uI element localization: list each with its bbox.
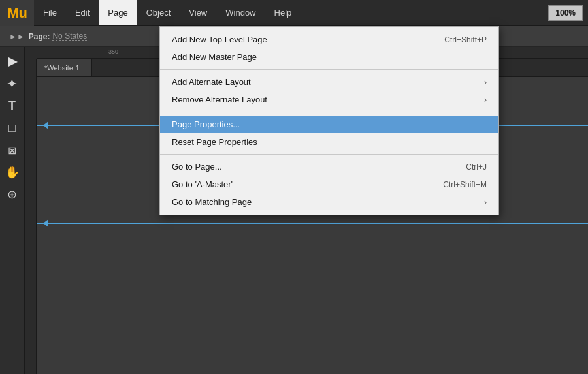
menu-go-to-matching-page[interactable]: Go to Matching Page › [160,193,498,211]
hand-tool[interactable]: ✋ [2,162,23,183]
menu-page-properties[interactable]: Page Properties... [160,116,498,133]
left-toolbar: ▶ ✦ T □ ⊠ ✋ ⊕ [0,47,25,374]
select-tool[interactable]: ▶ [2,51,23,72]
menu-page[interactable]: Page [99,0,137,25]
app-logo: Mu [0,0,34,26]
divider-2 [160,112,498,112]
menu-add-alternate-layout[interactable]: Add Alternate Layout › [160,73,498,91]
zoom-tool[interactable]: ⊕ [2,184,23,205]
guide-arrow-2 [43,219,48,227]
page-dropdown-menu: Add New Top Level Page Ctrl+Shift+P Add … [159,26,499,215]
ruler-corner [25,47,37,59]
menu-items: File Edit Page Object View Window Help [34,0,548,25]
menu-remove-alternate-layout[interactable]: Remove Alternate Layout › [160,91,498,108]
menu-reset-page-properties[interactable]: Reset Page Properties [160,133,498,151]
menu-view[interactable]: View [180,0,216,25]
guide-arrow-1 [43,121,48,129]
move-tool[interactable]: ✦ [2,73,23,94]
menu-edit[interactable]: Edit [66,0,99,25]
placeholder-tool[interactable]: ⊠ [2,140,23,161]
rectangle-tool[interactable]: □ [2,117,23,138]
menu-add-master-page[interactable]: Add New Master Page [160,48,498,66]
menu-object[interactable]: Object [137,0,180,25]
menu-help[interactable]: Help [265,0,301,25]
divider-3 [160,154,498,155]
menu-add-top-level-page[interactable]: Add New Top Level Page Ctrl+Shift+P [160,31,498,48]
menu-file[interactable]: File [34,0,66,25]
menu-bar: Mu File Edit Page Object View Window Hel… [0,0,588,26]
guide-line-2 [37,223,588,224]
ruler-vertical [25,59,37,374]
page-value: No States [52,31,87,41]
zoom-indicator[interactable]: 100% [548,5,583,21]
page-label: Page: [29,32,50,41]
menu-go-to-page[interactable]: Go to Page... Ctrl+J [160,158,498,176]
menu-window[interactable]: Window [216,0,265,25]
text-tool[interactable]: T [2,95,23,116]
website-tab[interactable]: *Website-1 - [37,59,92,76]
divider-1 [160,69,498,70]
menu-go-to-amaster[interactable]: Go to 'A-Master' Ctrl+Shift+M [160,176,498,193]
arrow-icon: ►► [9,32,25,41]
